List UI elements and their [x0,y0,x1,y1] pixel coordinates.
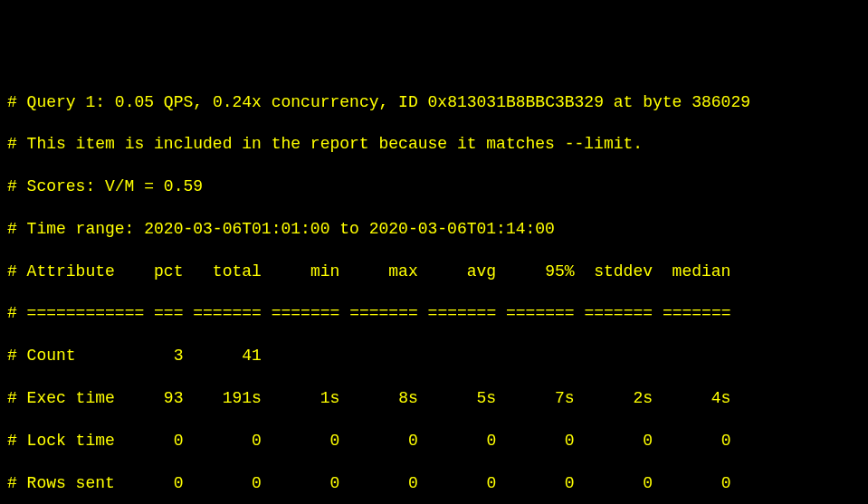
row-stddev: 2s [633,389,653,407]
table-row: # Count 3 41 [7,346,868,366]
row-median: 4s [711,389,731,407]
row-p95: 0 [565,432,575,450]
row-median: 0 [721,474,731,492]
hdr-avg: avg [467,262,496,281]
hdr-max: max [388,262,417,281]
hdr-total: total [213,262,262,281]
row-pct: 3 [174,347,184,365]
time-from: 2020-03-06T01:01:00 [144,220,329,238]
row-stddev: 0 [643,474,653,492]
row-attr: Lock time [27,432,115,450]
row-attr: Exec time [27,389,115,407]
row-total: 0 [252,474,262,492]
row-stddev: 0 [643,432,653,450]
row-total: 0 [252,432,262,450]
row-p95: 0 [565,474,575,492]
row-max: 8s [398,389,418,407]
row-total: 191s [223,389,262,407]
row-p95: 7s [555,389,575,407]
row-max: 0 [408,432,418,450]
hdr-pct: pct [154,262,183,281]
table-row: # Lock time 0 0 0 0 0 0 0 0 [7,431,868,452]
hdr-attr: Attribute [27,262,115,281]
concurrency-value: 0.24x [213,93,262,111]
table-row: # Rows sent 0 0 0 0 0 0 0 0 [7,473,868,494]
row-attr: Count [27,347,76,365]
table-row: # Exec time 93 191s 1s 8s 5s 7s 2s 4s [7,388,868,409]
table-header-line: # Attribute pct total min max avg 95% st… [7,262,868,282]
hdr-min: min [310,262,339,281]
row-avg: 0 [486,474,496,492]
row-min: 0 [330,474,340,492]
hdr-stddev: stddev [594,262,653,281]
query-header-line: # Query 1: 0.05 QPS, 0.24x concurrency, … [7,92,868,113]
time-to: 2020-03-06T01:14:00 [369,220,555,238]
hdr-p95: 95% [545,262,574,281]
row-pct: 0 [174,474,184,492]
row-max: 0 [408,474,418,492]
report-reason: This item is included in the report beca… [27,135,644,153]
row-min: 1s [320,389,340,407]
row-total: 41 [242,347,262,365]
hdr-median: median [672,262,731,281]
row-pct: 93 [164,389,184,407]
table-separator-line: # ============ === ======= ======= =====… [7,303,868,324]
time-range-line: # Time range: 2020-03-06T01:01:00 to 202… [7,219,868,240]
scores-line: # Scores: V/M = 0.59 [7,176,868,197]
query-num: 1 [85,93,95,111]
row-avg: 0 [486,432,496,450]
scores-vm: 0.59 [164,177,203,195]
row-avg: 5s [477,389,497,407]
query-id: 0x813031B8BBC3B329 [428,93,604,111]
row-median: 0 [721,432,731,450]
row-pct: 0 [174,432,184,450]
report-reason-line: # This item is included in the report be… [7,134,868,155]
qps-value: 0.05 [115,93,154,111]
byte-offset: 386029 [692,93,750,111]
row-min: 0 [330,432,340,450]
row-attr: Rows sent [27,474,115,492]
